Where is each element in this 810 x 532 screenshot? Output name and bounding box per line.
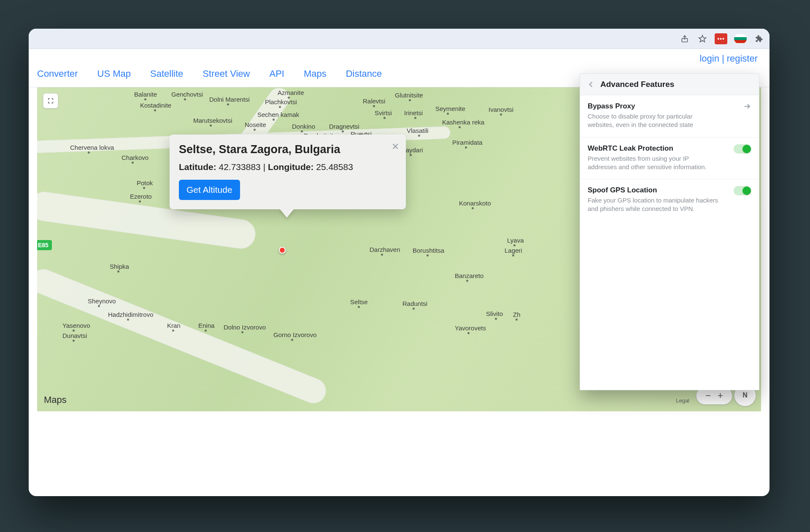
back-arrow-icon[interactable] — [587, 80, 595, 89]
map-fullscreen-button[interactable] — [43, 93, 58, 108]
map-place-dot — [241, 331, 243, 333]
map-place-dot — [495, 318, 497, 320]
map-place-label: Konarskoto — [459, 200, 491, 207]
zoom-out-button[interactable]: − — [705, 390, 711, 401]
map-place-label: Seymenite — [435, 105, 465, 112]
coords-row: Latitude: 42.733883 | Longitude: 25.4858… — [179, 162, 397, 172]
map-place-dot — [291, 339, 293, 341]
map-place-dot — [409, 99, 411, 101]
zoom-in-button[interactable]: + — [718, 390, 723, 401]
map-place-label: Vlasatili — [407, 127, 429, 134]
compass-letter: N — [742, 392, 748, 399]
map-place-label: Dunavtsi — [62, 332, 87, 339]
map-place-label: Ivanovtsi — [489, 106, 513, 113]
map-place-dot — [154, 109, 156, 111]
map-place-label: Azmanite — [278, 89, 304, 96]
share-icon[interactable] — [679, 33, 690, 44]
ext-item: Spoof GPS LocationFake your GPS location… — [580, 179, 759, 221]
map-place-dot — [73, 329, 75, 332]
map-place-label: Svirtsi — [375, 109, 392, 116]
map-place-label: Genchovtsi — [171, 91, 203, 98]
map-place-label: Lyava — [507, 237, 524, 244]
map-place-dot — [143, 187, 145, 189]
map-place-label: Zh — [513, 311, 521, 318]
map-place-label: Dolno Izvorovo — [224, 324, 266, 331]
map-place-label: Kostadinite — [140, 102, 171, 109]
map-place-label: Banzareto — [455, 272, 483, 279]
ext-item-name: Bypass Proxy — [588, 102, 718, 111]
bookmark-star-icon[interactable] — [697, 33, 708, 44]
map-place-dot — [472, 207, 474, 209]
map-place-dot — [172, 329, 174, 332]
map-place-dot — [342, 130, 344, 132]
map-place-label: Lageri — [505, 247, 522, 254]
lon-label: Longitude: — [268, 162, 313, 172]
map-place-label: Chervena lokva — [70, 144, 114, 151]
map-place-dot — [414, 117, 416, 119]
map-place-label: Donkino — [292, 123, 315, 130]
nav-street-view[interactable]: Street View — [202, 68, 250, 79]
extension-lastpass-icon[interactable]: ••• — [715, 33, 727, 44]
map-place-label: Slivito — [486, 310, 503, 317]
vpn-extension-popup: Advanced Features Bypass ProxyChoose to … — [580, 73, 759, 390]
map-place-dot — [447, 113, 449, 115]
map-place-label: Shipka — [110, 263, 129, 270]
map-place-dot — [410, 154, 412, 156]
map-place-label: Kran — [167, 322, 181, 329]
ext-header: Advanced Features — [580, 74, 759, 95]
map-place-dot — [288, 97, 290, 99]
nav-satellite[interactable]: Satellite — [150, 68, 183, 79]
toggle-switch[interactable] — [734, 186, 751, 195]
ext-item-name: WebRTC Leak Protection — [588, 144, 718, 153]
map-place-dot — [88, 151, 90, 154]
map-place-label: Sheynovo — [88, 297, 116, 305]
map-place-label: Noseite — [245, 121, 266, 128]
nav-distance[interactable]: Distance — [346, 68, 382, 79]
ext-item: Bypass ProxyChoose to disable proxy for … — [580, 95, 759, 138]
location-popup: ✕ Seltse, Stara Zagora, Bulgaria Latitud… — [170, 135, 406, 209]
map-place-dot — [467, 332, 470, 334]
map-place-label: Sechen kamak — [257, 111, 299, 118]
map-place-label: Seltse — [350, 298, 368, 305]
route-badge-e85: E85 — [37, 240, 52, 250]
browser-toolbar: ••• — [29, 29, 770, 49]
extension-vpn-flag-icon[interactable] — [734, 34, 747, 43]
popup-caret-icon — [279, 208, 294, 218]
map-place-dot — [132, 162, 134, 164]
map-place-label: Glutnitsite — [395, 92, 423, 99]
map-marker[interactable] — [279, 247, 286, 254]
map-place-label: Irinetsi — [404, 109, 423, 116]
popup-close-icon[interactable]: ✕ — [392, 141, 399, 152]
auth-separator: | — [722, 53, 724, 64]
map-place-dot — [381, 254, 383, 256]
map-place-dot — [427, 254, 429, 257]
nav-us-map[interactable]: US Map — [97, 68, 131, 79]
nav-maps[interactable]: Maps — [304, 68, 327, 79]
ext-item-desc: Choose to disable proxy for particular w… — [588, 112, 718, 130]
map-legal-link[interactable]: Legal — [676, 397, 689, 404]
map-place-dot — [144, 98, 146, 100]
chevron-right-icon[interactable] — [734, 102, 751, 111]
map-place-label: Ezeroto — [130, 193, 152, 200]
apple-maps-logo: Maps — [43, 394, 67, 405]
ext-item-name: Spoof GPS Location — [588, 186, 718, 194]
ext-title: Advanced Features — [600, 80, 674, 89]
map-place-label: Piramidata — [452, 139, 483, 146]
browser-window: ••• login | register Converter US Map Sa… — [29, 29, 770, 496]
map-place-label: Darzhaven — [370, 246, 400, 253]
map-place-label: Yasenovo — [62, 322, 90, 329]
map-place-dot — [184, 98, 186, 100]
toggle-switch[interactable] — [734, 144, 751, 154]
map-place-dot — [279, 106, 281, 108]
register-link[interactable]: register — [727, 53, 758, 64]
nav-api[interactable]: API — [269, 68, 284, 79]
toggle-knob — [742, 145, 751, 153]
get-altitude-button[interactable]: Get Altitude — [179, 180, 240, 200]
map-place-dot — [465, 146, 467, 149]
map-place-label: Balanite — [134, 91, 157, 98]
extensions-puzzle-icon[interactable] — [753, 33, 764, 44]
map-place-dot — [273, 119, 275, 121]
nav-converter[interactable]: Converter — [37, 68, 78, 79]
login-link[interactable]: login — [699, 53, 719, 64]
map-place-label: Marutsekovtsi — [193, 117, 232, 124]
